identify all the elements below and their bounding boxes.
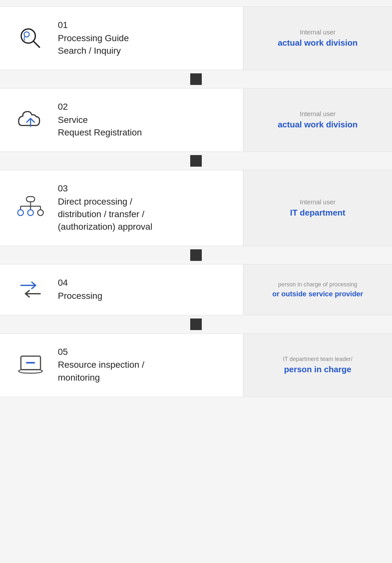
connector-square-1 <box>190 73 202 85</box>
step-number-04: 04 <box>58 277 102 288</box>
step-user-label-04: person in charge of processing <box>278 281 357 288</box>
step-user-role-04: or outside service provider <box>272 290 363 298</box>
step-title-05: Resource inspection /monitoring <box>58 358 144 383</box>
step-title-03: Direct processing /distribution / transf… <box>58 195 152 233</box>
svg-rect-14 <box>26 362 35 364</box>
step-title-04: Processing <box>58 290 102 302</box>
step-left-05: 05 Resource inspection /monitoring <box>0 334 243 397</box>
step-user-role-05: person in charge <box>284 365 352 374</box>
step-title-01: Processing GuideSearch / Inquiry <box>58 32 129 57</box>
step-left-04: 04 Processing <box>0 264 243 315</box>
step-content-05: 05 Resource inspection /monitoring <box>58 346 144 384</box>
svg-point-10 <box>18 210 23 216</box>
step-user-role-03: IT department <box>290 208 345 218</box>
svg-point-12 <box>38 210 43 216</box>
step-user-label-03: Internal user <box>300 198 335 206</box>
step-user-role-02: actual work division <box>278 120 358 130</box>
network-icon <box>16 195 45 221</box>
step-number-01: 01 <box>58 20 129 31</box>
connector-square-4 <box>190 318 202 330</box>
step-content-03: 03 Direct processing /distribution / tra… <box>58 183 152 233</box>
svg-line-1 <box>33 41 40 47</box>
step-user-label-02: Internal user <box>300 110 335 118</box>
step-left-03: 03 Direct processing /distribution / tra… <box>0 170 243 246</box>
connector-4 <box>0 315 392 333</box>
step-content-02: 02 ServiceRequest Registration <box>58 101 142 139</box>
step-left-02: 02 ServiceRequest Registration <box>0 88 243 152</box>
cloud-upload-icon <box>16 108 45 132</box>
connector-2 <box>0 152 392 170</box>
step-right-01: Internal user actual work division <box>243 7 392 70</box>
flow-container: 01 Processing GuideSearch / Inquiry Inte… <box>0 0 392 403</box>
connector-3 <box>0 246 392 264</box>
connector-square-2 <box>190 155 202 167</box>
step-right-02: Internal user actual work division <box>243 88 392 152</box>
step-user-label-01: Internal user <box>300 29 335 36</box>
step-user-label-05: IT department team leader/ <box>283 356 352 363</box>
step-content-01: 01 Processing GuideSearch / Inquiry <box>58 20 129 57</box>
step-number-05: 05 <box>58 346 144 357</box>
laptop-icon <box>16 353 45 377</box>
step-row-03: 03 Direct processing /distribution / tra… <box>0 170 392 246</box>
step-row-05: 05 Resource inspection /monitoring IT de… <box>0 333 392 397</box>
svg-rect-4 <box>26 197 35 202</box>
arrows-icon <box>16 278 45 301</box>
search-icon <box>16 25 45 51</box>
step-row-02: 02 ServiceRequest Registration Internal … <box>0 88 392 152</box>
step-number-02: 02 <box>58 101 142 112</box>
step-row-01: 01 Processing GuideSearch / Inquiry Inte… <box>0 6 392 70</box>
connector-square-3 <box>190 249 202 261</box>
svg-point-11 <box>28 210 33 216</box>
step-right-05: IT department team leader/ person in cha… <box>243 334 392 397</box>
step-user-role-01: actual work division <box>278 38 358 48</box>
connector-1 <box>0 70 392 88</box>
step-right-03: Internal user IT department <box>243 170 392 246</box>
step-left-01: 01 Processing GuideSearch / Inquiry <box>0 7 243 70</box>
step-title-02: ServiceRequest Registration <box>58 114 142 139</box>
step-row-04: 04 Processing person in charge of proces… <box>0 264 392 315</box>
step-content-04: 04 Processing <box>58 277 102 302</box>
step-right-04: person in charge of processing or outsid… <box>243 264 392 315</box>
step-number-03: 03 <box>58 183 152 194</box>
